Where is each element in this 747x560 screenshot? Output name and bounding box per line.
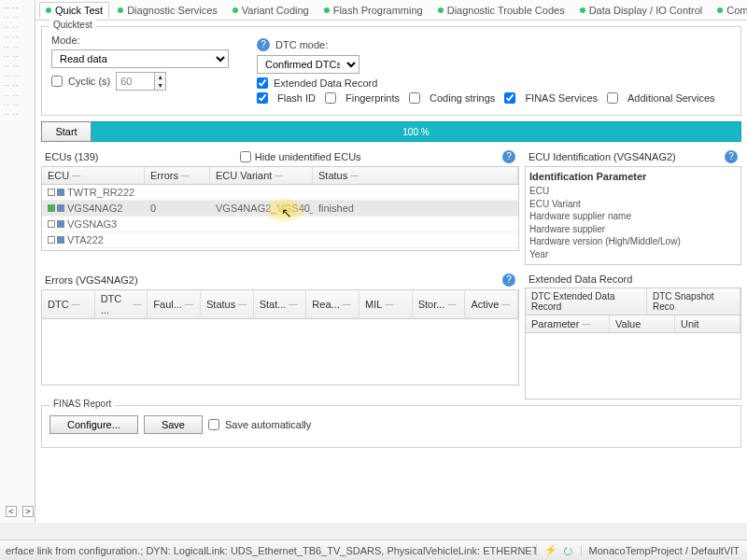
- sidebar-next-button[interactable]: >: [22, 506, 34, 517]
- errors-title: Errors (VGS4NAG2): [45, 274, 138, 286]
- link-icon: ⚡: [544, 544, 557, 556]
- err-col[interactable]: MIL—: [359, 290, 413, 318]
- addl-checkbox[interactable]: [607, 92, 618, 104]
- status-bar: erface link from configuration.; DYN: Lo…: [0, 539, 747, 560]
- hide-unidentified-label: Hide unidentified ECUs: [255, 151, 361, 162]
- tab-quick-test[interactable]: Quick Test: [39, 2, 109, 19]
- err-col[interactable]: Rea...—: [306, 290, 359, 318]
- tree-sidebar: ·· ···· ···· ···· ···· ···· ···· ···· ··…: [0, 0, 35, 523]
- ident-row: ECU Variant: [529, 198, 737, 211]
- ext-grid-body[interactable]: [526, 333, 740, 399]
- cyclic-label: Cyclic (s): [68, 76, 110, 87]
- addl-label: Additional Services: [627, 92, 715, 104]
- save-auto-checkbox[interactable]: [208, 419, 219, 430]
- flash-id-label: Flash ID: [277, 92, 316, 104]
- project-label: MonacoTempProject / DefaultVIT: [589, 545, 740, 556]
- ident-row: Hardware supplier name: [529, 210, 737, 223]
- main-area: Quick Test Diagnostic Services Variant C…: [35, 0, 747, 523]
- help-icon[interactable]: ?: [502, 273, 515, 287]
- ecu-row[interactable]: VGS4NAG20VGS4NAG2_VGS40_...finished: [42, 201, 518, 217]
- ident-row: ECU: [529, 185, 737, 198]
- err-col[interactable]: Stor...—: [413, 290, 466, 318]
- ext-data-checkbox[interactable]: [257, 77, 268, 89]
- ident-panel: Identification Parameter ECUECU VariantH…: [525, 166, 741, 265]
- col-status[interactable]: Status—: [313, 167, 518, 184]
- ecu-row[interactable]: VTA222: [42, 232, 518, 248]
- status-dot-icon: [438, 7, 444, 13]
- tab-dtc[interactable]: Diagnostic Trouble Codes: [431, 2, 571, 19]
- ident-row: Hardware supplier: [529, 223, 737, 236]
- progress-bar: 100 %: [92, 121, 741, 142]
- help-icon[interactable]: ?: [725, 150, 738, 163]
- status-text: erface link from configuration.; DYN: Lo…: [6, 545, 536, 556]
- err-col[interactable]: DTC ...—: [95, 290, 148, 318]
- status-dot-icon: [580, 7, 585, 13]
- help-icon[interactable]: ?: [257, 38, 270, 51]
- spin-down-icon[interactable]: ▼: [154, 81, 165, 90]
- err-col[interactable]: Status—: [201, 290, 254, 318]
- coding-label: Coding strings: [430, 92, 495, 104]
- tab-flash-programming[interactable]: Flash Programming: [317, 2, 430, 19]
- ext-tab-extended[interactable]: DTC Extended Data Record: [526, 288, 647, 315]
- save-auto-label: Save automatically: [225, 419, 311, 430]
- ecu-grid: ECU— Errors— ECU Variant— Status— TWTR_R…: [41, 166, 519, 251]
- col-variant[interactable]: ECU Variant—: [210, 167, 313, 184]
- ecu-grid-body[interactable]: TWTR_RR222VGS4NAG20VGS4NAG2_VGS40_...fin…: [42, 185, 518, 250]
- mode-select[interactable]: Read data: [51, 49, 229, 68]
- ecus-title: ECUs (139): [45, 151, 98, 162]
- fingerprints-label: Fingerprints: [345, 92, 400, 104]
- err-col[interactable]: DTC—: [42, 290, 95, 318]
- ext-col-value[interactable]: Value: [610, 315, 675, 332]
- dtc-mode-label: DTC mode:: [275, 39, 328, 50]
- col-errors[interactable]: Errors—: [145, 167, 210, 184]
- tab-complete-vehicle[interactable]: Complete Vehic: [711, 2, 747, 19]
- finas-label: FINAS Services: [525, 92, 598, 104]
- quicktest-panel: Quicktest Mode: Read data Cyclic (s) ▲▼ …: [41, 26, 741, 116]
- finas-title: FINAS Report: [49, 399, 115, 409]
- save-button[interactable]: Save: [144, 415, 203, 434]
- mode-label: Mode:: [51, 35, 229, 46]
- status-dot-icon: [46, 7, 51, 13]
- cyclic-checkbox[interactable]: [51, 76, 63, 87]
- ident-title: ECU Identification (VGS4NAG2): [529, 151, 676, 162]
- fingerprints-checkbox[interactable]: [325, 92, 336, 104]
- err-col[interactable]: Faul...—: [148, 290, 201, 318]
- ext-data-label: Extended Data Record: [274, 77, 377, 89]
- start-button[interactable]: Start: [41, 121, 92, 142]
- dtc-mode-select[interactable]: Confirmed DTCs: [257, 55, 359, 74]
- err-col[interactable]: Stat...—: [254, 290, 307, 318]
- errors-grid: DTC—DTC ...—Faul...—Status—Stat...—Rea..…: [41, 289, 519, 385]
- ext-col-unit[interactable]: Unit: [675, 315, 740, 332]
- cyclic-spinner[interactable]: ▲▼: [116, 72, 166, 91]
- ext-tab-snapshot[interactable]: DTC Snapshot Reco: [647, 288, 740, 315]
- hide-unidentified-checkbox[interactable]: [240, 151, 251, 162]
- sidebar-items: ·· ···· ···· ···· ···· ···· ···· ···· ··…: [0, 0, 35, 124]
- plug-icon: ⭮: [563, 545, 573, 556]
- quicktest-title: Quicktest: [49, 20, 96, 30]
- configure-button[interactable]: Configure...: [49, 415, 138, 434]
- finas-checkbox[interactable]: [504, 92, 515, 104]
- tab-data-display[interactable]: Data Display / IO Control: [573, 2, 710, 19]
- ecu-row[interactable]: WPRA222: [42, 248, 518, 250]
- sidebar-prev-button[interactable]: <: [6, 506, 17, 517]
- errors-grid-body[interactable]: [42, 319, 518, 385]
- ext-title: Extended Data Record: [529, 273, 632, 285]
- ident-row: Year: [529, 248, 737, 261]
- col-ecu[interactable]: ECU—: [42, 167, 145, 184]
- ident-header: Identification Parameter: [529, 171, 737, 182]
- tab-strip: Quick Test Diagnostic Services Variant C…: [35, 0, 747, 21]
- tab-diagnostic-services[interactable]: Diagnostic Services: [111, 2, 224, 19]
- ext-grid: DTC Extended Data Record DTC Snapshot Re…: [525, 287, 741, 399]
- status-dot-icon: [118, 7, 123, 13]
- ext-col-param[interactable]: Parameter—: [526, 315, 610, 332]
- tab-variant-coding[interactable]: Variant Coding: [226, 2, 316, 19]
- cyclic-input[interactable]: [117, 73, 154, 90]
- spin-up-icon[interactable]: ▲: [154, 73, 165, 81]
- help-icon[interactable]: ?: [502, 150, 515, 163]
- coding-checkbox[interactable]: [409, 92, 420, 104]
- err-col[interactable]: Active—: [465, 290, 518, 318]
- ecu-row[interactable]: TWTR_RR222: [42, 185, 518, 201]
- flash-id-checkbox[interactable]: [257, 92, 268, 104]
- ecu-row[interactable]: VGSNAG3: [42, 217, 518, 232]
- status-dot-icon: [324, 7, 330, 13]
